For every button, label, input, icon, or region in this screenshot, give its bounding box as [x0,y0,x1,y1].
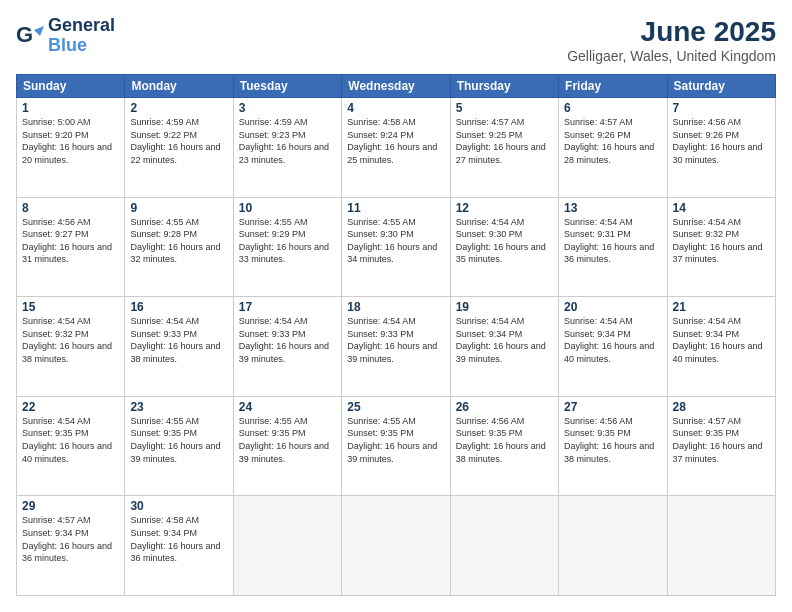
day-number: 25 [347,400,444,414]
table-cell: 2Sunrise: 4:59 AMSunset: 9:22 PMDaylight… [125,98,233,198]
day-info: Sunrise: 4:54 AMSunset: 9:32 PMDaylight:… [673,216,770,266]
day-info: Sunrise: 4:57 AMSunset: 9:35 PMDaylight:… [673,415,770,465]
day-info: Sunrise: 4:55 AMSunset: 9:35 PMDaylight:… [239,415,336,465]
table-cell: 14Sunrise: 4:54 AMSunset: 9:32 PMDayligh… [667,197,775,297]
day-number: 24 [239,400,336,414]
table-cell: 22Sunrise: 4:54 AMSunset: 9:35 PMDayligh… [17,396,125,496]
day-info: Sunrise: 4:55 AMSunset: 9:30 PMDaylight:… [347,216,444,266]
day-info: Sunrise: 4:59 AMSunset: 9:22 PMDaylight:… [130,116,227,166]
day-info: Sunrise: 4:55 AMSunset: 9:35 PMDaylight:… [130,415,227,465]
header-wednesday: Wednesday [342,75,450,98]
day-info: Sunrise: 4:54 AMSunset: 9:32 PMDaylight:… [22,315,119,365]
table-cell: 24Sunrise: 4:55 AMSunset: 9:35 PMDayligh… [233,396,341,496]
table-cell: 26Sunrise: 4:56 AMSunset: 9:35 PMDayligh… [450,396,558,496]
day-info: Sunrise: 4:56 AMSunset: 9:27 PMDaylight:… [22,216,119,266]
day-info: Sunrise: 4:54 AMSunset: 9:33 PMDaylight:… [347,315,444,365]
day-number: 3 [239,101,336,115]
table-cell: 21Sunrise: 4:54 AMSunset: 9:34 PMDayligh… [667,297,775,397]
table-cell: 17Sunrise: 4:54 AMSunset: 9:33 PMDayligh… [233,297,341,397]
calendar: Sunday Monday Tuesday Wednesday Thursday… [16,74,776,596]
svg-marker-1 [34,26,44,36]
day-info: Sunrise: 4:56 AMSunset: 9:35 PMDaylight:… [456,415,553,465]
logo-line2: Blue [48,36,115,56]
header-sunday: Sunday [17,75,125,98]
weekday-header-row: Sunday Monday Tuesday Wednesday Thursday… [17,75,776,98]
day-info: Sunrise: 4:59 AMSunset: 9:23 PMDaylight:… [239,116,336,166]
table-cell: 29Sunrise: 4:57 AMSunset: 9:34 PMDayligh… [17,496,125,596]
day-number: 10 [239,201,336,215]
day-info: Sunrise: 4:54 AMSunset: 9:30 PMDaylight:… [456,216,553,266]
day-info: Sunrise: 4:58 AMSunset: 9:34 PMDaylight:… [130,514,227,564]
title-block: June 2025 Gelligaer, Wales, United Kingd… [567,16,776,64]
day-number: 15 [22,300,119,314]
day-number: 12 [456,201,553,215]
day-number: 21 [673,300,770,314]
day-number: 5 [456,101,553,115]
table-cell: 5Sunrise: 4:57 AMSunset: 9:25 PMDaylight… [450,98,558,198]
day-number: 8 [22,201,119,215]
day-info: Sunrise: 4:54 AMSunset: 9:31 PMDaylight:… [564,216,661,266]
table-cell: 15Sunrise: 4:54 AMSunset: 9:32 PMDayligh… [17,297,125,397]
day-info: Sunrise: 4:54 AMSunset: 9:33 PMDaylight:… [239,315,336,365]
table-cell [233,496,341,596]
header-saturday: Saturday [667,75,775,98]
day-number: 4 [347,101,444,115]
table-cell: 20Sunrise: 4:54 AMSunset: 9:34 PMDayligh… [559,297,667,397]
day-info: Sunrise: 4:54 AMSunset: 9:34 PMDaylight:… [564,315,661,365]
logo-text: General Blue [48,16,115,56]
day-info: Sunrise: 4:58 AMSunset: 9:24 PMDaylight:… [347,116,444,166]
table-cell: 28Sunrise: 4:57 AMSunset: 9:35 PMDayligh… [667,396,775,496]
table-cell: 23Sunrise: 4:55 AMSunset: 9:35 PMDayligh… [125,396,233,496]
day-info: Sunrise: 4:57 AMSunset: 9:34 PMDaylight:… [22,514,119,564]
logo: G General Blue [16,16,115,56]
day-info: Sunrise: 4:55 AMSunset: 9:29 PMDaylight:… [239,216,336,266]
day-info: Sunrise: 4:56 AMSunset: 9:35 PMDaylight:… [564,415,661,465]
table-row: 1Sunrise: 5:00 AMSunset: 9:20 PMDaylight… [17,98,776,198]
svg-text:G: G [16,22,33,47]
day-info: Sunrise: 4:57 AMSunset: 9:26 PMDaylight:… [564,116,661,166]
table-row: 29Sunrise: 4:57 AMSunset: 9:34 PMDayligh… [17,496,776,596]
location: Gelligaer, Wales, United Kingdom [567,48,776,64]
day-number: 18 [347,300,444,314]
logo-icon: G [16,22,44,50]
day-info: Sunrise: 4:54 AMSunset: 9:35 PMDaylight:… [22,415,119,465]
day-number: 20 [564,300,661,314]
table-cell: 10Sunrise: 4:55 AMSunset: 9:29 PMDayligh… [233,197,341,297]
day-info: Sunrise: 5:00 AMSunset: 9:20 PMDaylight:… [22,116,119,166]
table-cell: 7Sunrise: 4:56 AMSunset: 9:26 PMDaylight… [667,98,775,198]
day-number: 1 [22,101,119,115]
header-tuesday: Tuesday [233,75,341,98]
day-number: 11 [347,201,444,215]
table-cell: 3Sunrise: 4:59 AMSunset: 9:23 PMDaylight… [233,98,341,198]
day-number: 30 [130,499,227,513]
day-number: 13 [564,201,661,215]
table-cell: 9Sunrise: 4:55 AMSunset: 9:28 PMDaylight… [125,197,233,297]
table-cell: 16Sunrise: 4:54 AMSunset: 9:33 PMDayligh… [125,297,233,397]
table-cell: 18Sunrise: 4:54 AMSunset: 9:33 PMDayligh… [342,297,450,397]
day-info: Sunrise: 4:55 AMSunset: 9:35 PMDaylight:… [347,415,444,465]
table-cell: 12Sunrise: 4:54 AMSunset: 9:30 PMDayligh… [450,197,558,297]
day-info: Sunrise: 4:54 AMSunset: 9:33 PMDaylight:… [130,315,227,365]
table-cell [342,496,450,596]
table-cell: 27Sunrise: 4:56 AMSunset: 9:35 PMDayligh… [559,396,667,496]
header-friday: Friday [559,75,667,98]
table-cell: 25Sunrise: 4:55 AMSunset: 9:35 PMDayligh… [342,396,450,496]
day-number: 7 [673,101,770,115]
table-row: 22Sunrise: 4:54 AMSunset: 9:35 PMDayligh… [17,396,776,496]
day-number: 26 [456,400,553,414]
day-number: 29 [22,499,119,513]
table-cell: 4Sunrise: 4:58 AMSunset: 9:24 PMDaylight… [342,98,450,198]
month-year: June 2025 [567,16,776,48]
table-cell: 30Sunrise: 4:58 AMSunset: 9:34 PMDayligh… [125,496,233,596]
day-number: 22 [22,400,119,414]
day-info: Sunrise: 4:54 AMSunset: 9:34 PMDaylight:… [673,315,770,365]
day-number: 17 [239,300,336,314]
table-cell: 13Sunrise: 4:54 AMSunset: 9:31 PMDayligh… [559,197,667,297]
table-cell: 6Sunrise: 4:57 AMSunset: 9:26 PMDaylight… [559,98,667,198]
day-number: 16 [130,300,227,314]
header: G General Blue June 2025 Gelligaer, Wale… [16,16,776,64]
header-monday: Monday [125,75,233,98]
day-number: 28 [673,400,770,414]
day-number: 6 [564,101,661,115]
table-cell: 8Sunrise: 4:56 AMSunset: 9:27 PMDaylight… [17,197,125,297]
